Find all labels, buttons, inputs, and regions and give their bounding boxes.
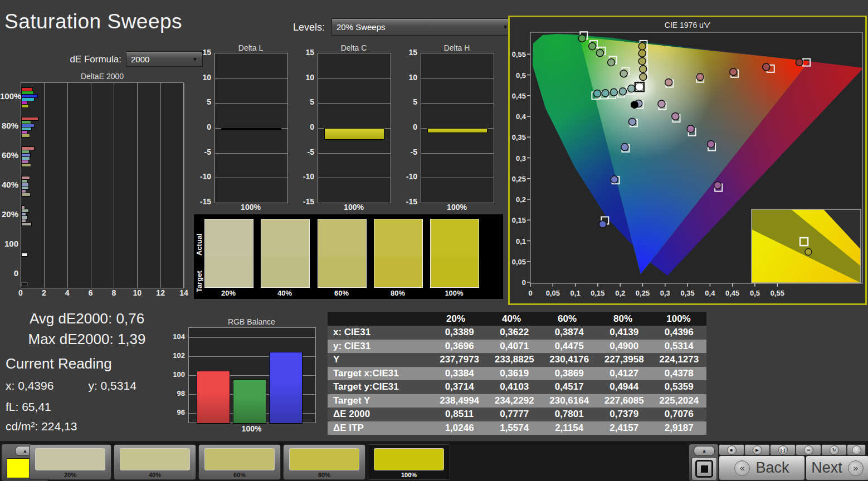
table-cell: 0,3696: [432, 340, 487, 354]
cie-measured-marker: [628, 85, 635, 92]
delta_h-x-label: 100%: [421, 203, 493, 212]
sweep-button-60%[interactable]: 60%: [198, 444, 281, 480]
actual-target-swatch-strip[interactable]: Actual Target 20%40%60%80%100%: [194, 214, 503, 299]
sweep-button-label: 100%: [368, 472, 450, 478]
sweep-button-80%[interactable]: 80%: [283, 444, 365, 480]
levels-dropdown[interactable]: 20% Sweeps ▼: [331, 18, 513, 36]
table-cell: 0,3869: [542, 367, 597, 381]
current-reading-block: Current Reading x: 0,4396 y: 0,5314 fL: …: [6, 355, 136, 433]
delta_l-y-tick: -10: [191, 172, 211, 181]
next-label: Next: [811, 459, 842, 477]
stop-icon: ■: [727, 445, 737, 455]
refresh-button[interactable]: ↻: [821, 444, 847, 455]
delta_l-y-tick: 10: [191, 73, 211, 82]
table-cell: 1,0246: [432, 421, 487, 435]
chevron-down-icon: ▼: [192, 56, 198, 62]
cie-measured-marker: [610, 89, 617, 96]
delta_c-y-tick: 5: [294, 97, 314, 106]
rgb-bar: [233, 379, 266, 424]
cie-measured-marker: [730, 68, 737, 76]
deltae-bar: [21, 134, 30, 138]
svg-text:0,4: 0,4: [705, 289, 715, 297]
sweep-button-swatch: [289, 448, 359, 470]
de-formula-label: dE Formula:: [52, 54, 121, 65]
sweep-swatch-pair: [374, 219, 423, 288]
step-button[interactable]: [·]: [770, 444, 796, 455]
up-arrow-icon: ▲: [702, 448, 707, 454]
max-de2000-stat: Max dE2000: 1,39: [4, 329, 169, 350]
rgb-bar: [269, 352, 303, 424]
current-y-value: y: 0,5314: [88, 379, 136, 392]
delta_h-bar: [427, 128, 487, 133]
sweep-button-40%[interactable]: 40%: [114, 444, 196, 480]
svg-text:0,1: 0,1: [516, 237, 526, 246]
next-button[interactable]: Next »: [806, 455, 868, 480]
delta_h-title: Delta H: [421, 43, 493, 52]
delta_h-y-tick: -15: [397, 197, 417, 206]
table-header-cell: 60%: [539, 312, 595, 326]
deltae-x-tick: 12: [149, 288, 172, 297]
delta_l-title: Delta L: [214, 43, 287, 52]
target-swatch: [431, 257, 479, 287]
cie-measured-marker: [763, 63, 770, 71]
cie-measured-marker: [638, 57, 646, 65]
table-cell: 0,3874: [542, 326, 597, 340]
svg-text:0: 0: [522, 278, 526, 287]
rgb-y-tick: 96: [164, 408, 185, 416]
delta_l-bar: [221, 128, 281, 130]
pattern-collapse-button[interactable]: ▲: [694, 446, 715, 456]
cie-1976-chart-panel[interactable]: CIE 1976 u'v' 00,050,10,150,20,250,30,35…: [508, 16, 867, 305]
sweep-button-swatch: [120, 448, 190, 470]
actual-swatch: [261, 219, 309, 257]
cie-measured-marker: [620, 70, 627, 77]
delta_c-y-tick: 0: [294, 122, 314, 131]
delta_l-y-tick: -15: [191, 197, 211, 206]
continuous-button[interactable]: ∞: [796, 444, 821, 455]
delta_c-bar: [324, 128, 384, 140]
delta_h-plot[interactable]: [421, 53, 494, 203]
table-cell: 0,4103: [487, 380, 542, 394]
table-cell: 238,4994: [432, 394, 487, 408]
actual-swatch: [318, 219, 366, 257]
rgb-x-label: 100%: [188, 424, 315, 433]
svg-text:0,4: 0,4: [516, 112, 526, 121]
cie-measured-marker: [696, 73, 704, 81]
table-row: ΔE 20000,85110,77770,78010,73790,7076: [328, 408, 706, 421]
delta_c-y-tick: 10: [294, 73, 314, 82]
pattern-window-button[interactable]: [691, 457, 717, 480]
stop-button[interactable]: ■: [719, 444, 744, 455]
table-cell: 227,6085: [597, 394, 652, 408]
cie-measured-marker: [796, 59, 803, 66]
table-header-cell: 40%: [484, 312, 539, 326]
up-arrow-icon: ▲: [23, 448, 28, 454]
table-cell: 0,3714: [432, 380, 487, 394]
deltae2000-chart[interactable]: [21, 82, 184, 288]
sweep-button-swatch: [204, 448, 275, 470]
delta_c-plot[interactable]: [318, 53, 391, 203]
play-button[interactable]: ▶: [744, 444, 770, 455]
gridline: [189, 337, 315, 338]
bottom-toolbar: ▲ 20%40%60%80%100% ▲ ■▶[·]∞↻ « Back Next…: [0, 441, 868, 481]
svg-text:0,2: 0,2: [615, 289, 625, 297]
back-button[interactable]: « Back: [719, 455, 805, 480]
cie-measured-marker: [638, 50, 646, 57]
record-button[interactable]: [847, 444, 866, 455]
cie-measured-marker: [620, 88, 627, 95]
table-cell: 0,4378: [651, 367, 706, 381]
svg-text:0,3: 0,3: [660, 289, 670, 297]
gridline: [91, 83, 91, 288]
sweep-button-20%[interactable]: 20%: [29, 444, 111, 480]
table-cell: 0,4517: [542, 380, 597, 394]
svg-text:0,15: 0,15: [591, 289, 604, 297]
sweep-button-100%[interactable]: 100%: [368, 444, 450, 480]
table-row: x: CIE310,33890,36220,38740,41390,4396: [328, 326, 706, 340]
table-cell: 233,8825: [487, 353, 542, 367]
delta_l-plot[interactable]: [214, 53, 288, 203]
table-row-label: Y: [328, 353, 432, 367]
play-icon: ▶: [753, 445, 762, 455]
table-cell: 2,1154: [542, 421, 597, 435]
cie-measured-marker: [658, 100, 665, 107]
svg-text:0,45: 0,45: [725, 289, 739, 297]
table-row-label: y: CIE31: [328, 340, 432, 354]
table-header-cell: 80%: [595, 312, 651, 326]
